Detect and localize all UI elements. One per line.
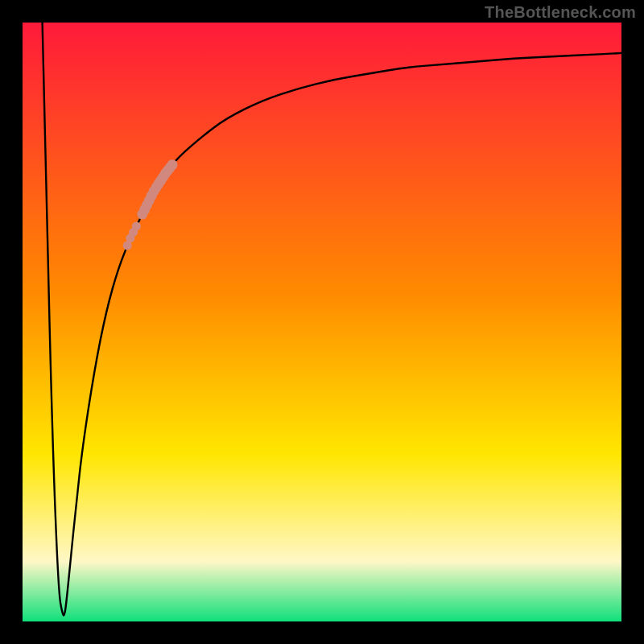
plot-area bbox=[23, 23, 621, 621]
bottleneck-chart bbox=[0, 0, 644, 644]
highlight-dot bbox=[167, 159, 178, 170]
watermark-label: TheBottleneck.com bbox=[485, 3, 636, 22]
chart-stage: TheBottleneck.com bbox=[0, 0, 644, 644]
highlight-dot bbox=[132, 222, 141, 231]
